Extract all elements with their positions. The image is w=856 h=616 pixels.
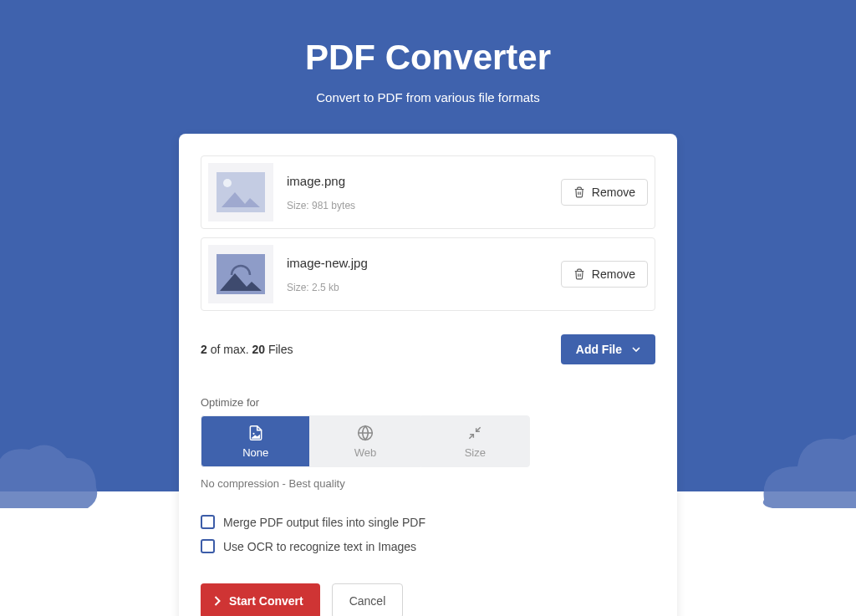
file-name: image-new.jpg xyxy=(287,256,561,270)
decorative-cloud-left xyxy=(0,416,117,517)
checkbox-label: Merge PDF output files into single PDF xyxy=(223,516,425,529)
checkbox-box xyxy=(201,515,215,529)
compress-icon xyxy=(466,425,483,441)
remove-button-label: Remove xyxy=(592,186,635,199)
file-thumbnail xyxy=(208,245,273,303)
file-row: image-new.jpg Size: 2.5 kb Remove xyxy=(201,237,655,311)
remove-button[interactable]: Remove xyxy=(561,261,648,288)
chevron-down-icon xyxy=(632,347,640,352)
svg-line-13 xyxy=(470,435,474,439)
page-subtitle: Convert to PDF from various file formats xyxy=(0,90,856,104)
svg-point-1 xyxy=(223,179,232,187)
globe-icon xyxy=(357,425,374,441)
converter-card: image.png Size: 981 bytes Remove image-n… xyxy=(179,134,677,616)
svg-line-12 xyxy=(476,427,481,431)
chevron-right-icon xyxy=(214,596,221,606)
checkbox-merge[interactable]: Merge PDF output files into single PDF xyxy=(201,515,655,529)
optimize-label: Optimize for xyxy=(201,396,655,409)
trash-icon xyxy=(573,268,585,280)
add-file-button[interactable]: Add File xyxy=(561,334,655,364)
cancel-button[interactable]: Cancel xyxy=(332,583,404,616)
checkbox-box xyxy=(201,539,215,553)
optimize-description: No compression - Best quality xyxy=(201,477,655,490)
optimize-tab-label: Size xyxy=(465,446,486,459)
optimize-tab-label: None xyxy=(242,446,268,459)
checkbox-label: Use OCR to recognize text in Images xyxy=(223,540,416,553)
svg-point-9 xyxy=(252,433,254,435)
remove-button[interactable]: Remove xyxy=(561,179,648,206)
start-convert-label: Start Convert xyxy=(229,594,303,608)
optimize-tab-none[interactable]: None xyxy=(201,415,310,467)
file-row: image.png Size: 981 bytes Remove xyxy=(201,155,655,229)
file-size: Size: 2.5 kb xyxy=(287,282,561,293)
optimize-tab-size[interactable]: Size xyxy=(420,415,530,467)
cancel-label: Cancel xyxy=(349,594,386,608)
add-file-label: Add File xyxy=(576,343,622,356)
file-name: image.png xyxy=(287,174,561,188)
file-count-text: 2 of max. 20 Files xyxy=(201,343,293,356)
file-thumbnail xyxy=(208,163,273,221)
decorative-cloud-right xyxy=(739,400,856,517)
page-title: PDF Converter xyxy=(0,38,856,78)
document-icon xyxy=(247,425,264,441)
optimize-tab-web[interactable]: Web xyxy=(310,415,420,467)
optimize-tab-label: Web xyxy=(354,446,377,459)
file-size: Size: 981 bytes xyxy=(287,200,561,211)
start-convert-button[interactable]: Start Convert xyxy=(201,583,320,616)
checkbox-ocr[interactable]: Use OCR to recognize text in Images xyxy=(201,539,655,553)
optimize-tabs: None Web Size xyxy=(201,415,530,467)
remove-button-label: Remove xyxy=(592,267,635,281)
trash-icon xyxy=(573,186,585,198)
